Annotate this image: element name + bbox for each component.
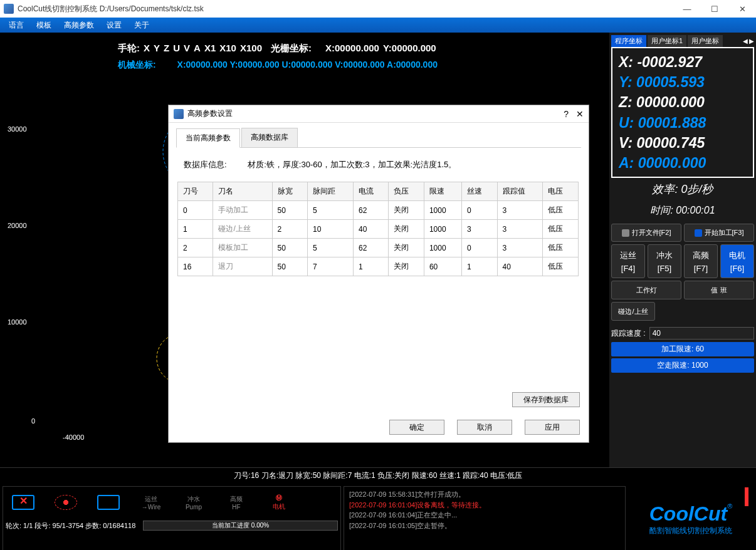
rate-display: 效率: 0步/秒: [611, 178, 754, 200]
duty-button[interactable]: 值 班: [684, 281, 754, 299]
tab-left-icon[interactable]: ◀: [743, 38, 748, 44]
close-button[interactable]: ✕: [728, 0, 756, 18]
table-cell: 关闭: [389, 257, 424, 276]
axis-x1[interactable]: X1: [204, 43, 216, 54]
axis-y[interactable]: Y: [154, 43, 160, 54]
motor-toggle-icon[interactable]: Ⓜ电机: [264, 493, 294, 512]
log-line: [2022-07-09 15:58:31]文件打开成功。: [349, 489, 620, 500]
process-limit-button[interactable]: 加工限速: 60: [611, 342, 754, 356]
table-row[interactable]: 2模板加工50562关闭100003低压: [178, 239, 579, 257]
table-cell: 低压: [543, 239, 579, 257]
idle-limit-button[interactable]: 空走限速: 1000: [611, 358, 754, 373]
coord-u: U: 00001.888: [619, 113, 747, 133]
menu-language[interactable]: 语言: [3, 20, 30, 31]
status-bar: 刀号:16 刀名:退刀 脉宽:50 脉间距:7 电流:1 负压:关闭 限速:60…: [0, 467, 756, 484]
menu-about[interactable]: 关于: [128, 20, 155, 31]
pump-button[interactable]: 冲水[F5]: [648, 244, 681, 278]
tab-current-params[interactable]: 当前高频参数: [176, 128, 240, 148]
titlebar: CoolCut线切割控制系统 D:/Users/Documents/tsk/cl…: [0, 0, 756, 18]
mech-coord-label: 机械坐标:: [118, 60, 156, 70]
table-cell: 关闭: [389, 220, 424, 239]
apply-button[interactable]: 应用: [525, 420, 580, 435]
table-cell: 1000: [424, 201, 461, 220]
axis-z[interactable]: Z: [164, 43, 169, 54]
track-speed-input[interactable]: [649, 327, 754, 340]
hf-toggle-icon[interactable]: 高频HF: [221, 493, 251, 512]
grid-x: X:00000.000: [325, 43, 379, 54]
window-controls: ― ☐ ✕: [673, 0, 756, 18]
minimize-button[interactable]: ―: [673, 0, 701, 18]
axis-a[interactable]: A: [194, 43, 201, 54]
tab-hf-database[interactable]: 高频数据库: [241, 128, 298, 147]
table-cell: 1: [178, 220, 213, 239]
coord-a: A: 00000.000: [619, 153, 747, 173]
axis-x100[interactable]: X100: [240, 43, 262, 54]
ytick-20000: 20000: [8, 222, 27, 229]
wire-button[interactable]: 运丝[F4]: [611, 244, 645, 278]
display-icon[interactable]: [93, 493, 123, 512]
table-cell: 16: [178, 257, 213, 276]
table-cell: 5: [308, 201, 354, 220]
axis-v[interactable]: V: [184, 43, 190, 54]
tab-program-coord[interactable]: 程序坐标: [611, 35, 646, 47]
grid-y: Y:00000.000: [383, 43, 436, 54]
wire-toggle-icon[interactable]: 运丝→Wire: [136, 493, 166, 512]
wire-status-icon[interactable]: [51, 493, 81, 512]
cancel-button[interactable]: 取消: [457, 420, 512, 435]
dialog-close-icon[interactable]: ✕: [576, 109, 584, 119]
dialog-titlebar: 高频参数设置 ?✕: [169, 105, 589, 123]
table-cell: 60: [424, 257, 461, 276]
tab-user-coord1[interactable]: 用户坐标1: [648, 35, 686, 47]
ytick-0: 0: [31, 417, 35, 425]
table-cell: 50: [272, 239, 307, 257]
dialog-help-icon[interactable]: ?: [564, 109, 569, 119]
axis-x10[interactable]: X10: [219, 43, 236, 54]
light-button[interactable]: 工作灯: [611, 281, 681, 299]
hf-button[interactable]: 高频[F7]: [684, 244, 718, 278]
edge-button[interactable]: 碰边/上丝: [611, 302, 655, 321]
table-header: 刀号: [178, 182, 213, 201]
tab-right-icon[interactable]: ▶: [749, 38, 754, 44]
monitor-icon[interactable]: ✕: [8, 493, 38, 512]
table-header: 负压: [389, 182, 424, 201]
menu-settings[interactable]: 设置: [100, 20, 128, 31]
table-row[interactable]: 1碰边/上丝21040关闭100033低压: [178, 220, 579, 239]
save-db-button[interactable]: 保存到数据库: [512, 392, 580, 407]
open-file-button[interactable]: 打开文件[F2]: [611, 224, 681, 242]
logo-panel: CoolCut® 酷割智能线切割控制系统: [628, 486, 753, 550]
hf-params-dialog: 高频参数设置 ?✕ 当前高频参数 高频数据库 数据库信息: 材质:铁，厚度:30…: [168, 105, 589, 443]
table-cell: 1: [462, 257, 497, 276]
table-header: 电压: [543, 182, 579, 201]
table-header: 限速: [424, 182, 461, 201]
logo-text: CoolCut: [649, 502, 727, 525]
table-header: 脉宽: [272, 182, 307, 201]
table-row[interactable]: 0手动加工50562关闭100003低压: [178, 201, 579, 220]
indicator-icon: [745, 487, 748, 506]
coord-panel: X: -0002.927 Y: 00005.593 Z: 00000.000 U…: [611, 47, 754, 178]
table-cell: 3: [462, 220, 497, 239]
coord-y: Y: 00005.593: [619, 72, 747, 92]
maximize-button[interactable]: ☐: [701, 0, 728, 18]
table-header: 电流: [353, 182, 388, 201]
grid-coord-label: 光栅坐标:: [271, 43, 312, 54]
table-cell: 低压: [543, 257, 579, 276]
axis-x[interactable]: X: [144, 43, 150, 54]
menu-template[interactable]: 模板: [30, 20, 58, 31]
window-title: CoolCut线切割控制系统 D:/Users/Documents/tsk/cl…: [18, 4, 204, 14]
axis-u[interactable]: U: [173, 43, 180, 54]
motor-button[interactable]: 电机[F6]: [720, 244, 754, 278]
table-cell: 1000: [424, 239, 461, 257]
tab-user-coord2[interactable]: 用户坐标: [688, 35, 723, 47]
menu-hf-params[interactable]: 高频参数: [58, 20, 100, 31]
table-header: 刀名: [213, 182, 272, 201]
table-cell: 40: [497, 257, 543, 276]
table-row[interactable]: 16退刀5071关闭60140低压: [178, 257, 579, 276]
play-icon: [695, 229, 702, 237]
table-cell: 退刀: [213, 257, 272, 276]
progress-bar: 当前加工进度 0.00%: [143, 521, 338, 531]
ok-button[interactable]: 确定: [389, 420, 444, 435]
start-button[interactable]: 开始加工[F3]: [684, 224, 754, 242]
pump-toggle-icon[interactable]: 冲水Pump: [179, 493, 209, 512]
coord-x: X: -0002.927: [619, 52, 747, 72]
table-header: 跟踪值: [497, 182, 543, 201]
